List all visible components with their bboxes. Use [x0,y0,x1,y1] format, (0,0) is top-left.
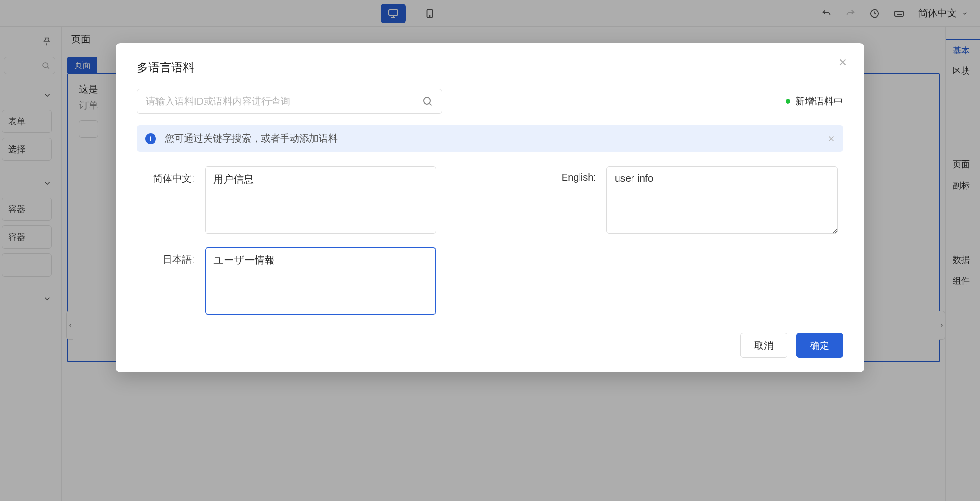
svg-point-6 [424,97,430,104]
field-ja: 日本語: [137,247,442,315]
info-banner: i 您可通过关键字搜索，或者手动添加语料 [137,125,843,152]
close-icon [838,57,848,67]
field-en-label: English: [538,166,596,183]
field-zh-label: 简体中文: [137,166,194,185]
confirm-button[interactable]: 确定 [796,333,843,358]
modal-title: 多语言语料 [137,60,843,75]
corpus-search-box[interactable] [137,89,442,114]
search-icon [422,95,433,107]
confirm-button-label: 确定 [810,339,829,352]
field-en-input[interactable] [606,166,838,234]
cancel-button[interactable]: 取消 [740,333,787,358]
corpus-search-input[interactable] [146,96,422,107]
modal-overlay: 多语言语料 新增语料中 i 您可通过关键字搜索，或者手动添加语料 [0,0,980,501]
field-zh-input[interactable] [205,166,436,234]
field-ja-input[interactable] [205,247,436,315]
info-banner-close[interactable] [827,134,836,143]
close-icon [827,134,836,143]
field-en: English: [538,166,843,234]
cancel-button-label: 取消 [754,339,774,352]
field-ja-label: 日本語: [137,247,194,266]
modal-close-button[interactable] [836,55,850,69]
info-icon: i [145,133,156,144]
status-text: 新增语料中 [795,95,843,108]
info-banner-text: 您可通过关键字搜索，或者手动添加语料 [165,132,338,145]
status-indicator: 新增语料中 [786,95,843,108]
status-dot-icon [786,99,790,104]
field-zh: 简体中文: [137,166,442,234]
multilang-modal: 多语言语料 新增语料中 i 您可通过关键字搜索，或者手动添加语料 [116,43,864,372]
